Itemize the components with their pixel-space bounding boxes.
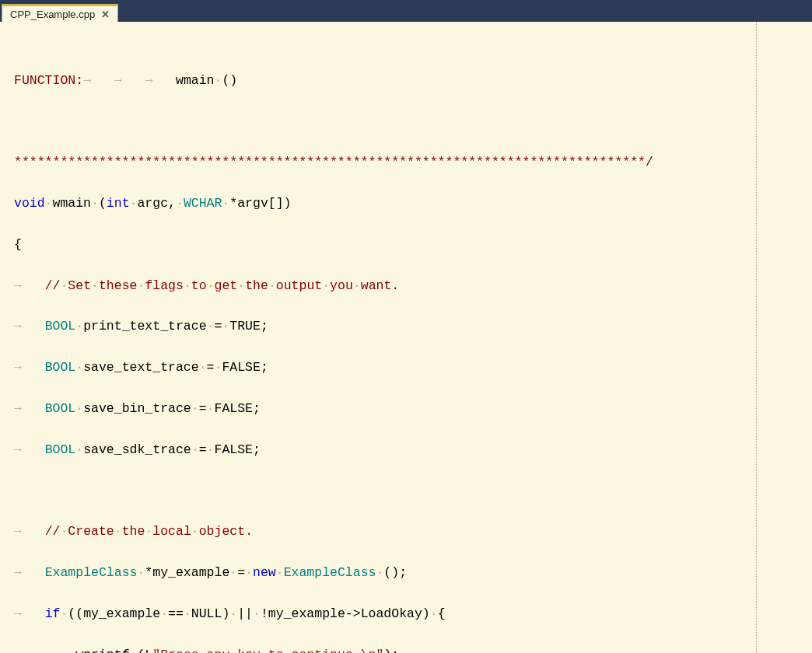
code-line: → BOOL·save_bin_trace·=·FALSE; <box>14 399 803 419</box>
code-line: → if·((my_example·==·NULL)·||·!my_exampl… <box>14 604 803 624</box>
code-line: void·wmain·(int·argc,·WCHAR·*argv[]) <box>14 194 803 214</box>
code-line: { <box>14 235 803 255</box>
tab-bar: CPP_Example.cpp ✕ <box>0 0 812 22</box>
code-line: → BOOL·save_sdk_trace·=·FALSE; <box>14 440 803 460</box>
code-line: ****************************************… <box>14 152 803 173</box>
code-line: FUNCTION:→ → → wmain·() <box>14 71 803 91</box>
code-line: → //·Create·the·local·object. <box>14 522 803 542</box>
right-margin-ruler <box>756 22 757 653</box>
tab-label: CPP_Example.cpp <box>10 9 95 20</box>
code-line: → //·Set·these·flags·to·get·the·output·y… <box>14 276 803 296</box>
code-line: → ExampleClass·*my_example·=·new·Example… <box>14 563 803 583</box>
code-editor[interactable]: FUNCTION:→ → → wmain·() ****************… <box>0 22 812 653</box>
code-line: → BOOL·save_text_trace·=·FALSE; <box>14 358 803 378</box>
code-line <box>14 481 803 501</box>
code-line: → → wprintf·(L"Press·any·key·to·continue… <box>14 645 803 653</box>
file-tab[interactable]: CPP_Example.cpp ✕ <box>2 4 118 23</box>
code-line <box>14 112 803 132</box>
close-icon[interactable]: ✕ <box>101 9 110 20</box>
code-line: → BOOL·print_text_trace·=·TRUE; <box>14 316 803 337</box>
